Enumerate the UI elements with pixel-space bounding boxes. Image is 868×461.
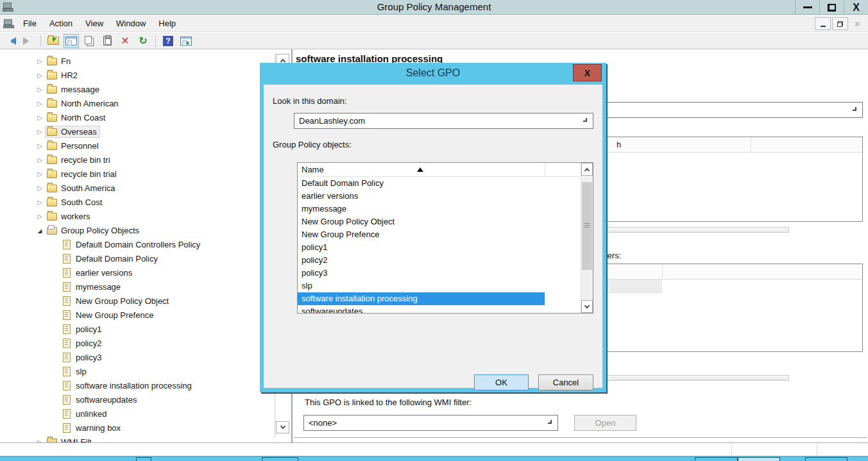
tree-item-body[interactable]: mymessage [60, 281, 124, 293]
tree-item-body[interactable]: South Cost [45, 196, 105, 208]
menu-window[interactable]: Window [110, 15, 152, 32]
cancel-button[interactable]: Cancel [538, 374, 593, 390]
toggle-console-tree-button[interactable] [64, 34, 79, 48]
tree-item[interactable]: Fn [0, 54, 275, 68]
menu-file[interactable]: File [17, 15, 43, 32]
tree-item-body[interactable]: Group Policy Objects [45, 224, 142, 237]
tree-item[interactable]: recycle bin tri [0, 153, 275, 167]
gpo-list-item[interactable]: mymessage [298, 203, 582, 215]
gpo-list-item[interactable]: policy3 [298, 267, 582, 280]
tree-item[interactable]: Personnel [0, 138, 275, 153]
gpo-list-item[interactable]: policy2 [298, 254, 582, 267]
menu-action[interactable]: Action [43, 15, 79, 32]
close-button[interactable]: X [844, 0, 868, 15]
gpo-list-item[interactable]: Default Domain Policy [298, 177, 582, 190]
new-window-button[interactable] [178, 34, 194, 48]
back-button[interactable] [3, 34, 18, 48]
mdi-minimize-button[interactable] [815, 17, 831, 30]
tree-item[interactable]: New Group Policy Object [0, 294, 275, 308]
tree-item-body[interactable]: software installation processing [60, 380, 195, 392]
refresh-button[interactable]: ↻ [135, 34, 151, 48]
domain-combobox[interactable]: DeanLashley.com [294, 113, 593, 129]
window-titlebar[interactable]: Group Policy Management X [0, 0, 868, 15]
taskbar-button[interactable] [805, 457, 847, 461]
scrollbar-thumb[interactable] [582, 182, 592, 270]
tree-item[interactable]: North American [0, 96, 275, 110]
gpo-list-scrollbar[interactable] [581, 163, 593, 313]
tree-item[interactable]: slp [0, 364, 275, 378]
tree-expand-arrow-icon[interactable] [35, 86, 45, 93]
tree-item-body[interactable]: earlier versions [60, 267, 135, 279]
tree-item[interactable]: earlier versions [0, 265, 275, 280]
tree-item[interactable]: New Group Prefence [0, 308, 275, 322]
gpo-list-item[interactable]: policy1 [298, 241, 582, 254]
tree-item-body[interactable]: North Coast [45, 112, 108, 124]
mdi-restore-button[interactable] [832, 17, 848, 30]
tree-item[interactable]: recycle bin trial [0, 167, 275, 181]
forward-button[interactable] [21, 34, 36, 48]
tree-item[interactable]: unlinked [0, 407, 275, 421]
tree-expand-arrow-icon[interactable] [35, 114, 45, 121]
gpo-list-item[interactable]: New Group Prefence [298, 228, 582, 241]
tree-item[interactable]: workers [0, 209, 275, 223]
tree-item-body[interactable]: policy3 [60, 351, 105, 364]
tree-expand-arrow-icon[interactable] [35, 213, 45, 220]
tree-item-body[interactable]: workers [45, 210, 94, 222]
wmi-filter-combobox[interactable]: <none> [303, 415, 558, 431]
tree-item[interactable]: mymessage [0, 280, 275, 294]
tree-item-body[interactable]: slp [60, 365, 90, 378]
tree-item-body[interactable]: HR2 [45, 69, 81, 81]
tree-item[interactable]: HR2 [0, 68, 275, 82]
help-button[interactable]: ? [160, 34, 176, 48]
gpo-list-item[interactable]: New Group Policy Object [298, 215, 582, 228]
taskbar-button[interactable] [738, 457, 780, 461]
tree-expand-arrow-icon[interactable] [35, 72, 45, 79]
dialog-close-button[interactable]: X [573, 64, 602, 81]
gpo-list-item[interactable]: softwareupdates [298, 305, 582, 313]
wmi-open-button[interactable]: Open [574, 415, 636, 431]
tree-item[interactable]: Default Domain Policy [0, 251, 275, 265]
tree-expand-arrow-icon[interactable] [35, 100, 45, 107]
gpo-list-item[interactable]: software installation processing [298, 292, 545, 305]
up-one-level-button[interactable] [46, 34, 61, 48]
combo-chevron[interactable] [544, 417, 556, 429]
tree-item-body[interactable]: policy1 [60, 323, 105, 335]
combo-chevron[interactable] [849, 104, 860, 116]
tree-expand-arrow-icon[interactable] [35, 199, 45, 206]
tree-expand-arrow-icon[interactable] [35, 142, 45, 149]
tree-item-body[interactable]: recycle bin tri [45, 154, 114, 166]
tree-item[interactable]: policy2 [0, 336, 275, 350]
restore-button[interactable] [819, 0, 844, 15]
tree-item-body[interactable]: Overseas [45, 126, 100, 138]
tree-item-body[interactable]: messaage [45, 83, 103, 96]
tree-item[interactable]: software installation processing [0, 378, 275, 392]
paste-button[interactable] [99, 34, 115, 48]
tree-expand-arrow-icon[interactable] [35, 185, 45, 192]
tree-expand-arrow-icon[interactable] [35, 58, 45, 65]
tree-item[interactable]: policy3 [0, 350, 275, 364]
tree-expand-arrow-icon[interactable] [35, 128, 45, 135]
tree-item-body[interactable]: New Group Policy Object [60, 295, 172, 307]
tree-item-body[interactable]: unlinked [60, 408, 110, 420]
tree-item-body[interactable]: recycle bin trial [45, 168, 120, 180]
mdi-close-button[interactable]: ✕ [849, 17, 865, 30]
tree-item-body[interactable]: South America [45, 182, 119, 194]
delete-button[interactable]: ✕ [117, 34, 133, 48]
copy-button[interactable] [81, 34, 97, 48]
taskbar-button[interactable] [262, 457, 298, 461]
name-column-header[interactable]: Name [298, 163, 582, 177]
tree-item-body[interactable]: softwareupdates [60, 394, 140, 406]
tree-expand-arrow-icon[interactable] [35, 171, 45, 178]
tree-item[interactable]: warning box [0, 421, 275, 435]
menu-view[interactable]: View [79, 15, 110, 32]
minimize-button[interactable] [795, 0, 819, 15]
taskbar-button[interactable] [695, 457, 738, 461]
taskbar-edge[interactable] [0, 456, 868, 461]
menu-help[interactable]: Help [152, 15, 182, 32]
tree-item-body[interactable]: North American [45, 97, 122, 110]
tree-expand-arrow-icon[interactable] [35, 227, 45, 234]
list-scroll-down-button[interactable] [581, 300, 593, 313]
tree-item[interactable]: Default Domain Controllers Policy [0, 237, 275, 251]
tree-item[interactable]: messaage [0, 82, 275, 96]
column-divider[interactable] [545, 163, 545, 177]
